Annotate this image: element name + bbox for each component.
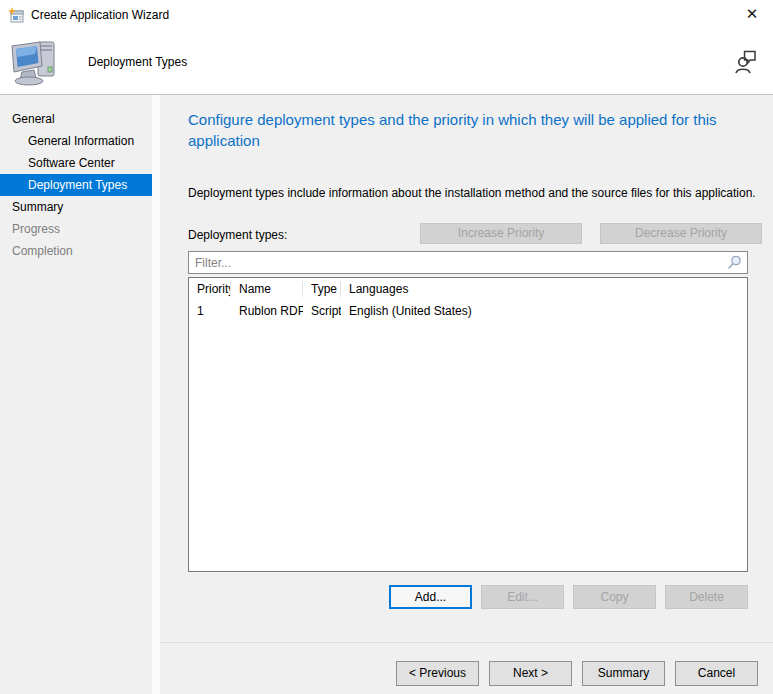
table-header-row: Priority Name Type Languages (189, 278, 747, 300)
computer-icon (8, 34, 64, 90)
feedback-icon[interactable] (735, 50, 757, 74)
title-bar: Create Application Wizard ✕ (0, 0, 773, 29)
previous-button[interactable]: < Previous (396, 661, 479, 686)
close-icon[interactable]: ✕ (739, 2, 765, 26)
column-header-languages[interactable]: Languages (341, 281, 747, 297)
decrease-priority-button[interactable]: Decrease Priority (600, 223, 762, 244)
filter-box (188, 251, 748, 274)
add-button[interactable]: Add... (389, 585, 472, 609)
search-icon[interactable] (726, 254, 743, 271)
wizard-header: Deployment Types (0, 29, 773, 95)
nav-item-software-center[interactable]: Software Center (0, 152, 152, 174)
summary-button[interactable]: Summary (582, 661, 665, 686)
copy-button[interactable]: Copy (573, 585, 656, 609)
nav-item-completion[interactable]: Completion (0, 240, 152, 262)
deployment-types-table: Priority Name Type Languages 1 Rublon RD… (188, 277, 748, 572)
nav-item-deployment-types[interactable]: Deployment Types (0, 174, 152, 196)
cancel-button[interactable]: Cancel (675, 661, 758, 686)
wizard-footer: < Previous Next > Summary Cancel (160, 642, 773, 694)
wizard-content: Configure deployment types and the prior… (160, 95, 773, 694)
wizard-page-title: Deployment Types (88, 55, 187, 69)
window-title: Create Application Wizard (31, 8, 169, 22)
cell-type: Script (303, 304, 341, 318)
wizard-nav-buttons: < Previous Next > Summary Cancel (396, 661, 758, 686)
wizard-body: General General Information Software Cen… (0, 95, 773, 694)
nav-item-general[interactable]: General (0, 108, 152, 130)
wizard-nav: General General Information Software Cen… (0, 95, 152, 694)
nav-item-general-information[interactable]: General Information (0, 130, 152, 152)
delete-button[interactable]: Delete (665, 585, 748, 609)
increase-priority-button[interactable]: Increase Priority (420, 223, 582, 244)
nav-item-summary[interactable]: Summary (0, 196, 152, 218)
table-row[interactable]: 1 Rublon RDP Script English (United Stat… (189, 300, 747, 322)
edit-button[interactable]: Edit... (481, 585, 564, 609)
nav-item-progress[interactable]: Progress (0, 218, 152, 240)
column-header-type[interactable]: Type (303, 281, 341, 297)
deployment-types-label: Deployment types: (188, 228, 287, 242)
column-header-name[interactable]: Name (231, 281, 303, 297)
table-action-buttons: Add... Edit... Copy Delete (160, 585, 748, 609)
sidebar-divider (152, 95, 160, 694)
cell-name: Rublon RDP (231, 304, 303, 318)
filter-input[interactable] (188, 251, 748, 274)
wizard-app-icon (8, 7, 24, 23)
cell-languages: English (United States) (341, 304, 747, 318)
page-description: Deployment types include information abo… (188, 186, 763, 200)
create-application-wizard-window: Create Application Wizard ✕ Deployment T… (0, 0, 773, 694)
page-heading: Configure deployment types and the prior… (188, 109, 748, 151)
column-header-priority[interactable]: Priority (189, 281, 231, 297)
cell-priority: 1 (189, 304, 231, 318)
next-button[interactable]: Next > (489, 661, 572, 686)
